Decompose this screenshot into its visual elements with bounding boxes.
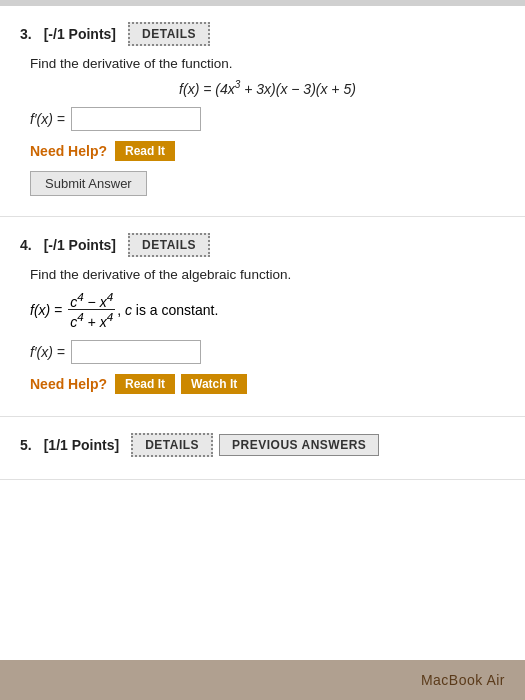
question-4-points: [-/1 Points] <box>44 237 116 253</box>
question-3-number: 3. <box>20 26 32 42</box>
question-4-need-help-label: Need Help? <box>30 376 107 392</box>
question-5-block: 5. [1/1 Points] DETAILS PREVIOUS ANSWERS <box>0 417 525 480</box>
fraction-denominator: c4 + x4 <box>68 310 115 330</box>
question-3-need-help-row: Need Help? Read It <box>30 141 505 161</box>
question-3-submit-button[interactable]: Submit Answer <box>30 171 147 196</box>
function-label: f(x) = (4x3 + 3x)(x − 3)(x + 5) <box>179 81 356 97</box>
question-3-details-button[interactable]: DETAILS <box>128 22 210 46</box>
question-3-input-row: f′(x) = <box>30 107 505 131</box>
question-4-number: 4. <box>20 237 32 253</box>
constant-note: , c is a constant. <box>117 302 218 318</box>
question-4-instruction: Find the derivative of the algebraic fun… <box>30 267 505 282</box>
question-5-points: [1/1 Points] <box>44 437 119 453</box>
question-4-read-it-button[interactable]: Read It <box>115 374 175 394</box>
function-prefix: f(x) = <box>30 302 66 318</box>
question-4-details-button[interactable]: DETAILS <box>128 233 210 257</box>
question-4-answer-label: f′(x) = <box>30 344 65 360</box>
question-3-need-help-label: Need Help? <box>30 143 107 159</box>
question-4-block: 4. [-/1 Points] DETAILS Find the derivat… <box>0 217 525 417</box>
macbook-label: MacBook Air <box>421 672 505 688</box>
question-5-previous-answers-button[interactable]: PREVIOUS ANSWERS <box>219 434 379 456</box>
macbook-bar: MacBook Air <box>0 660 525 700</box>
question-4-function: f(x) = c4 − x4 c4 + x4 , c is a constant… <box>30 290 505 330</box>
question-3-answer-input[interactable] <box>71 107 201 131</box>
question-3-answer-label: f′(x) = <box>30 111 65 127</box>
question-4-header: 4. [-/1 Points] DETAILS <box>20 233 505 257</box>
question-4-watch-it-button[interactable]: Watch It <box>181 374 247 394</box>
question-3-points: [-/1 Points] <box>44 26 116 42</box>
question-5-details-button[interactable]: DETAILS <box>131 433 213 457</box>
question-5-number: 5. <box>20 437 32 453</box>
question-5-header: 5. [1/1 Points] DETAILS PREVIOUS ANSWERS <box>20 433 505 457</box>
question-3-header: 3. [-/1 Points] DETAILS <box>20 22 505 46</box>
fraction: c4 − x4 c4 + x4 <box>68 290 115 330</box>
question-4-input-row: f′(x) = <box>30 340 505 364</box>
question-3-instruction: Find the derivative of the function. <box>30 56 505 71</box>
question-4-need-help-row: Need Help? Read It Watch It <box>30 374 505 394</box>
question-3-function: f(x) = (4x3 + 3x)(x − 3)(x + 5) <box>30 79 505 97</box>
question-3-read-it-button[interactable]: Read It <box>115 141 175 161</box>
question-3-block: 3. [-/1 Points] DETAILS Find the derivat… <box>0 6 525 217</box>
question-4-answer-input[interactable] <box>71 340 201 364</box>
fraction-numerator: c4 − x4 <box>68 290 115 311</box>
